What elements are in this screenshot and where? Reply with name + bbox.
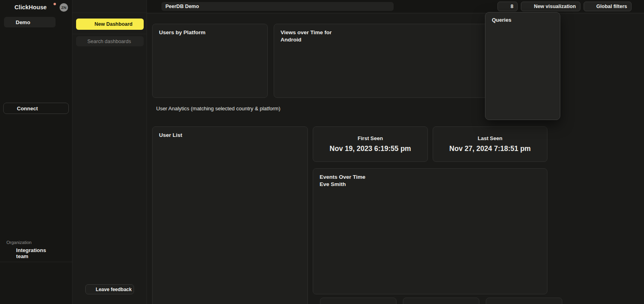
plus-icon — [525, 4, 531, 9]
leave-feedback-button[interactable]: Leave feedback — [85, 284, 134, 294]
first-seen-value: Nov 19, 2023 6:19:55 pm — [330, 145, 411, 153]
dashboard-search — [76, 36, 144, 46]
user-list-card: User List — [152, 126, 308, 304]
panel-divider — [72, 34, 147, 34]
dashboard-title-input[interactable] — [161, 2, 394, 11]
connect-label: Connect — [17, 105, 38, 112]
selector-caret-icon — [47, 20, 52, 25]
partial-card-1 — [320, 298, 396, 304]
app-root: ClickHouse ZN Demo Connect Organization … — [0, 0, 644, 304]
add-service-button[interactable] — [61, 18, 69, 26]
new-dashboard-label: New Dashboard — [95, 21, 132, 27]
dashboards-panel: New Dashboard Leave feedback — [72, 0, 147, 304]
avatar[interactable]: ZN — [60, 3, 68, 12]
global-filters-label: Global filters — [597, 4, 627, 9]
team-icon — [7, 250, 12, 256]
organization-label: Organization — [6, 240, 31, 245]
queries-count: 8 — [510, 4, 513, 9]
new-visualization-button[interactable]: New visualization — [521, 2, 580, 11]
org-team-label: Integrations team — [16, 247, 57, 259]
terminal-icon — [502, 4, 508, 9]
service-icon — [7, 20, 12, 25]
last-seen-label: Last Seen — [478, 135, 502, 141]
clickhouse-logo-icon — [5, 4, 12, 11]
last-seen-value: Nov 27, 2024 7:18:51 pm — [449, 145, 530, 153]
search-input[interactable] — [87, 39, 140, 44]
users-by-platform-card: Users by Platform — [152, 24, 268, 98]
users-by-platform-title: Users by Platform — [159, 29, 206, 36]
filter-icon — [588, 4, 594, 9]
events-over-time-card: Events Over Time Eve Smith — [313, 168, 547, 294]
chevron-right-icon — [61, 251, 65, 256]
first-seen-card: First Seen Nov 19, 2023 6:19:55 pm — [313, 126, 428, 162]
dashboard-topbar: 8 New visualization Global filters — [147, 0, 644, 13]
notification-dot — [54, 3, 56, 5]
connect-icon — [7, 105, 13, 112]
connect-button[interactable]: Connect — [3, 103, 69, 114]
events-chart-plot — [313, 169, 547, 294]
sidebar: ClickHouse ZN Demo Connect Organization … — [0, 0, 72, 304]
collapse-sidebar-icon[interactable] — [78, 4, 84, 9]
workspace-row: Demo — [4, 17, 69, 27]
refresh-icon[interactable] — [136, 4, 142, 9]
sidebar-item-integrations-team[interactable]: Integrations team — [3, 248, 69, 259]
global-filters-button[interactable]: Global filters — [584, 2, 632, 11]
workspace-name: Demo — [16, 19, 30, 25]
new-dashboard-button[interactable]: New Dashboard — [76, 19, 144, 30]
feedback-chat-icon — [88, 287, 93, 292]
user-list-title: User List — [159, 132, 182, 139]
sidebar-divider — [0, 262, 72, 262]
notifications-bell-icon[interactable] — [48, 4, 56, 11]
topbar-actions: 8 New visualization Global filters — [497, 2, 632, 11]
main-area: 8 New visualization Global filters Users… — [147, 0, 644, 304]
leave-feedback-label: Leave feedback — [96, 287, 132, 292]
new-visualization-label: New visualization — [534, 4, 576, 9]
partial-card-3 — [486, 298, 562, 304]
queries-count-button[interactable]: 8 — [497, 2, 518, 11]
partial-card-2 — [403, 298, 479, 304]
dashboard-canvas: Users by Platform Views over Time for An… — [147, 13, 644, 304]
queries-title: Queries — [485, 17, 560, 25]
user-analytics-label: User Analytics (matching selected countr… — [156, 105, 281, 112]
first-seen-label: First Seen — [358, 135, 383, 141]
plus-icon — [87, 22, 92, 27]
workspace-selector[interactable]: Demo — [4, 17, 56, 27]
search-icon — [79, 39, 85, 44]
queries-popover: Queries — [485, 12, 560, 120]
back-arrow-icon[interactable] — [152, 3, 159, 10]
app-title: ClickHouse — [14, 4, 47, 10]
dashboards-panel-header — [72, 0, 147, 13]
sidebar-header: ClickHouse ZN — [0, 0, 72, 14]
last-seen-card: Last Seen Nov 27, 2024 7:18:51 pm — [433, 126, 547, 162]
